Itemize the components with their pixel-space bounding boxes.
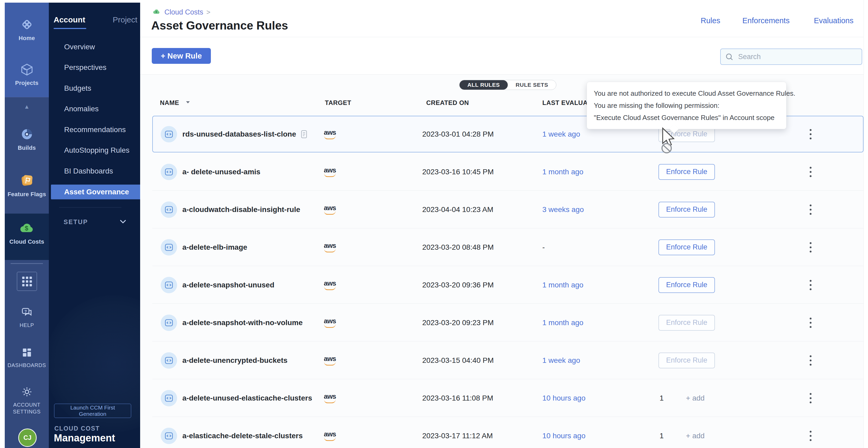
- last-evaluation-link[interactable]: 10 hours ago: [542, 394, 585, 402]
- rail-item-help[interactable]: ? HELP: [5, 306, 49, 329]
- help-chat-icon: ?: [20, 306, 33, 319]
- table-row[interactable]: a-delete-unused-elasticache-clusters aws…: [140, 379, 868, 417]
- sort-caret-icon[interactable]: [186, 100, 190, 104]
- link-evaluations[interactable]: Evaluations: [814, 16, 854, 25]
- enforce-rule-button[interactable]: Enforce Rule: [658, 277, 715, 293]
- kebab-menu[interactable]: [805, 167, 816, 177]
- last-evaluation-link[interactable]: 1 week ago: [542, 356, 580, 365]
- cube-icon: [20, 63, 34, 77]
- column-header-created-on[interactable]: CREATED ON: [426, 99, 469, 106]
- last-evaluation-link[interactable]: 1 month ago: [542, 168, 584, 176]
- table-row[interactable]: a-delete-snapshot-with-no-volume aws 202…: [140, 304, 868, 342]
- last-evaluation-link[interactable]: 10 hours ago: [542, 432, 585, 440]
- kebab-menu[interactable]: [805, 242, 816, 252]
- rail-divider: [5, 97, 49, 97]
- search-input[interactable]: [720, 48, 862, 65]
- created-on-cell: 2023-03-16 10:45 PM: [422, 168, 494, 176]
- rule-name: a-delete-unused-elasticache-clusters: [182, 394, 312, 402]
- rule-name-cell: rds-unused-databases-list-clone: [182, 130, 308, 139]
- column-header-name[interactable]: NAME: [160, 99, 179, 106]
- sidebar-item-perspectives[interactable]: Perspectives: [49, 60, 140, 75]
- collapse-up-icon[interactable]: ▲: [5, 103, 49, 110]
- user-avatar[interactable]: CJ: [18, 428, 37, 447]
- tooltip-line: You are not authorized to execute Cloud …: [594, 87, 779, 99]
- add-enforcement-link[interactable]: + add: [686, 394, 705, 402]
- tab-account[interactable]: Account: [54, 15, 85, 24]
- sidebar-item-asset-governance[interactable]: Asset Governance: [51, 184, 140, 199]
- setup-section-toggle[interactable]: SETUP: [64, 218, 127, 226]
- search-icon: [725, 53, 734, 62]
- last-evaluation-link[interactable]: 1 month ago: [542, 281, 584, 289]
- aws-target-icon: aws: [321, 393, 338, 403]
- kebab-menu[interactable]: [805, 355, 816, 366]
- rules-table: rds-unused-databases-list-clone aws 2023…: [140, 115, 868, 448]
- module-switcher-button[interactable]: [17, 272, 37, 291]
- aws-target-icon: aws: [321, 430, 338, 441]
- link-rules[interactable]: Rules: [701, 16, 720, 25]
- created-on-cell: 2023-04-04 10:23 AM: [422, 205, 493, 214]
- kebab-menu[interactable]: [805, 430, 816, 441]
- launch-ccm-first-gen-button[interactable]: Launch CCM First Generation: [54, 404, 131, 418]
- table-row[interactable]: a-delete-snapshot-unused aws 2023-03-20 …: [140, 266, 868, 304]
- rail-item-builds[interactable]: Builds: [5, 127, 49, 151]
- table-row[interactable]: a-cloudwatch-disable-insight-rule aws 20…: [140, 191, 868, 228]
- kebab-menu[interactable]: [805, 317, 816, 328]
- table-row[interactable]: a- delete-unused-amis aws 2023-03-16 10:…: [140, 153, 868, 191]
- rail-item-dashboards[interactable]: DASHBOARDS: [5, 346, 49, 369]
- table-row[interactable]: a-delete-elb-image aws 2023-03-20 08:48 …: [140, 228, 868, 266]
- sidebar-item-anomalies[interactable]: Anomalies: [49, 102, 140, 116]
- table-row[interactable]: a-elasticache-delete-stale-clusters aws …: [140, 417, 868, 448]
- new-rule-button[interactable]: + New Rule: [152, 48, 211, 64]
- rule-icon: [161, 390, 177, 406]
- tab-project[interactable]: Project: [113, 15, 137, 24]
- kebab-menu[interactable]: [805, 393, 816, 403]
- toggle-all-rules[interactable]: ALL RULES: [460, 80, 508, 90]
- last-evaluation-link[interactable]: 1 month ago: [542, 318, 584, 327]
- copy-icon[interactable]: [300, 130, 308, 139]
- toggle-rule-sets[interactable]: RULE SETS: [508, 80, 556, 90]
- sidebar-item-recommendations[interactable]: Recommendations: [49, 122, 140, 137]
- scrollbar-gutter[interactable]: [864, 0, 868, 448]
- add-enforcement-link[interactable]: + add: [686, 432, 705, 440]
- enforce-rule-button[interactable]: Enforce Rule: [658, 315, 715, 331]
- kebab-menu[interactable]: [805, 204, 816, 215]
- rail-label: Home: [19, 35, 35, 42]
- aws-target-icon: aws: [321, 204, 338, 215]
- rail-label: Cloud Costs: [9, 238, 44, 245]
- rail-item-cloud-costs[interactable]: $ Cloud Costs: [5, 220, 49, 245]
- enforce-rule-button[interactable]: Enforce Rule: [658, 352, 715, 368]
- sidebar-item-bi-dashboards[interactable]: BI Dashboards: [49, 164, 140, 178]
- rail-item-account-settings[interactable]: ACCOUNT SETTINGS: [5, 385, 49, 415]
- app-window: Home Projects ▲ Builds Feature Flags $: [0, 0, 868, 448]
- enforce-rule-button[interactable]: Enforce Rule: [658, 164, 715, 180]
- rule-name: a- delete-unused-amis: [182, 168, 260, 176]
- setup-label: SETUP: [64, 218, 88, 226]
- sidebar-item-autostopping-rules[interactable]: AutoStopping Rules: [49, 143, 140, 158]
- table-row[interactable]: a-delete-unencrypted-buckets aws 2023-03…: [140, 342, 868, 379]
- sidebar-item-overview[interactable]: Overview: [49, 40, 140, 54]
- last-evaluation-link[interactable]: 3 weeks ago: [542, 205, 584, 214]
- rail-item-feature-flags[interactable]: Feature Flags: [5, 173, 49, 198]
- rail-item-projects[interactable]: Projects: [5, 63, 49, 87]
- breadcrumb-link-cloud-costs[interactable]: Cloud Costs: [164, 8, 203, 16]
- module-rail: Home Projects ▲ Builds Feature Flags $: [5, 3, 49, 448]
- enforce-rule-button[interactable]: Enforce Rule: [658, 239, 715, 255]
- harness-logo-icon: [20, 18, 34, 33]
- column-header-target[interactable]: TARGET: [325, 99, 351, 106]
- sidebar-item-budgets[interactable]: Budgets: [49, 81, 140, 96]
- kebab-menu[interactable]: [805, 280, 816, 290]
- rule-icon: [161, 315, 177, 331]
- kebab-menu[interactable]: [805, 129, 816, 139]
- rail-label: Projects: [15, 80, 38, 87]
- created-on-cell: 2023-03-20 08:48 PM: [422, 243, 494, 251]
- rail-label: Builds: [18, 144, 36, 151]
- link-enforcements[interactable]: Enforcements: [742, 16, 789, 25]
- enforce-rule-button[interactable]: Enforce Rule: [658, 202, 715, 217]
- rule-icon: [161, 277, 177, 293]
- toolbar-divider: [140, 74, 868, 75]
- last-evaluation-link[interactable]: 1 week ago: [542, 130, 580, 138]
- panel-divider: [59, 207, 121, 208]
- rule-name: a-elasticache-delete-stale-clusters: [182, 432, 303, 440]
- rail-item-home[interactable]: Home: [5, 18, 49, 42]
- permission-tooltip: You are not authorized to execute Cloud …: [587, 82, 786, 129]
